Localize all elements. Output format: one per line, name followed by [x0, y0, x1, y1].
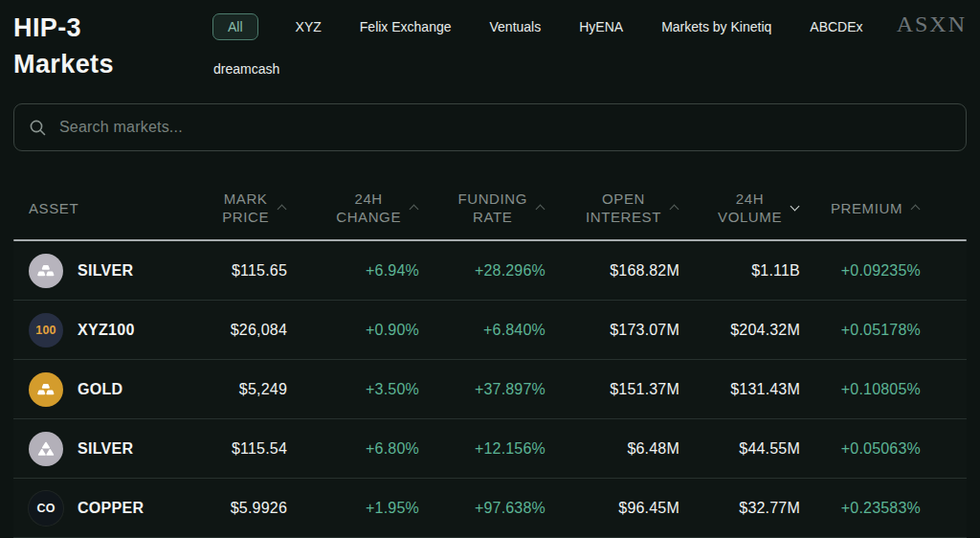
sort-chevron-down-icon — [790, 203, 800, 213]
mark-price-cell: $115.54 — [180, 440, 287, 458]
sort-chevron-up-icon — [409, 203, 419, 213]
asset-name: SILVER — [78, 440, 133, 458]
column-header-label: FUNDINGRATE — [457, 190, 527, 226]
asset-name: XYZ100 — [78, 322, 135, 339]
table-row[interactable]: SILVER$115.54+6.80%+12.156%$6.48M$44.55M… — [13, 419, 967, 479]
column-header-open-interest[interactable]: OPENINTEREST — [546, 190, 679, 226]
volume-24h-cell: $1.11B — [679, 262, 800, 280]
asxn-logo: ASXN — [897, 10, 967, 37]
funding-rate-cell: +97.638% — [419, 500, 546, 517]
mark-price-cell: $26,084 — [180, 322, 287, 339]
volume-24h-cell: $204.32M — [679, 322, 800, 339]
open-interest-cell: $96.45M — [546, 500, 679, 517]
volume-24h-cell: $131.43M — [679, 381, 800, 398]
mark-price-cell: $115.65 — [180, 262, 287, 280]
open-interest-cell: $168.82M — [546, 262, 679, 280]
hip3-markets-app: HIP-3 Markets AllXYZFelix ExchangeVentua… — [0, 0, 980, 538]
asset-name: SILVER — [78, 262, 133, 280]
sort-chevron-up-icon — [277, 203, 287, 213]
change-24h-cell: +3.50% — [287, 381, 419, 398]
column-header-label: PREMIUM — [831, 199, 902, 217]
market-filter-tabs: AllXYZFelix ExchangeVentualsHyENAMarkets… — [212, 10, 897, 82]
tab-xyz[interactable]: XYZ — [295, 13, 323, 40]
open-interest-cell: $151.37M — [546, 381, 679, 398]
premium-cell: +0.09235% — [800, 262, 921, 280]
change-24h-cell: +6.94% — [287, 262, 419, 280]
tab-felix-exchange[interactable]: Felix Exchange — [359, 13, 453, 40]
asset-cell: 100XYZ100 — [29, 313, 180, 347]
search-bar[interactable] — [13, 103, 967, 151]
markets-table: ASSETMARKPRICE24HCHANGEFUNDINGRATEOPENIN… — [13, 176, 967, 538]
table-row[interactable]: SILVER$115.65+6.94%+28.296%$168.82M$1.11… — [13, 241, 967, 301]
mark-price-cell: $5,249 — [180, 381, 287, 398]
funding-rate-cell: +28.296% — [419, 262, 546, 280]
asset-name: COPPER — [78, 500, 144, 517]
tab-all[interactable]: All — [212, 13, 258, 40]
tab-dreamcash[interactable]: dreamcash — [212, 56, 280, 82]
gold-ingots-icon — [29, 372, 63, 407]
index-100-icon: 100 — [29, 313, 63, 347]
page-title-line1: HIP-3 — [13, 10, 212, 46]
search-input[interactable] — [59, 119, 951, 136]
table-row[interactable]: 100XYZ100$26,084+0.90%+6.840%$173.07M$20… — [13, 301, 967, 360]
premium-cell: +0.23583% — [800, 500, 921, 517]
column-header-asset[interactable]: ASSET — [29, 199, 180, 217]
funding-rate-cell: +37.897% — [419, 381, 546, 398]
column-header-label: 24HCHANGE — [336, 190, 401, 226]
tab-ventuals[interactable]: Ventuals — [489, 13, 543, 40]
tab-abcdex[interactable]: ABCDEx — [809, 13, 863, 40]
volume-24h-cell: $44.55M — [679, 440, 800, 458]
column-header-premium[interactable]: PREMIUM — [800, 199, 921, 217]
column-header-label: 24HVOLUME — [718, 190, 782, 226]
open-interest-cell: $6.48M — [546, 440, 679, 458]
page-title-line2: Markets — [13, 46, 212, 82]
sort-chevron-up-icon — [910, 203, 921, 213]
premium-cell: +0.10805% — [800, 381, 921, 398]
silver-pyramid-icon — [29, 432, 63, 466]
column-header-label: MARKPRICE — [222, 190, 269, 226]
open-interest-cell: $173.07M — [546, 322, 679, 339]
copper-icon: CO — [29, 491, 63, 526]
mark-price-cell: $5.9926 — [180, 500, 287, 517]
column-header-label: OPENINTEREST — [586, 190, 661, 226]
volume-24h-cell: $32.77M — [679, 500, 800, 517]
search-icon — [29, 119, 47, 137]
sort-chevron-up-icon — [535, 203, 546, 213]
page-title: HIP-3 Markets — [13, 10, 212, 82]
table-header-row: ASSETMARKPRICE24HCHANGEFUNDINGRATEOPENIN… — [13, 176, 967, 239]
asset-name: GOLD — [78, 381, 122, 398]
column-header-label: ASSET — [29, 199, 78, 217]
tab-markets-by-kinetiq[interactable]: Markets by Kinetiq — [660, 13, 772, 40]
asset-cell: SILVER — [29, 254, 180, 288]
table-row[interactable]: GOLD$5,249+3.50%+37.897%$151.37M$131.43M… — [13, 360, 967, 419]
change-24h-cell: +0.90% — [287, 322, 419, 339]
premium-cell: +0.05063% — [800, 440, 921, 458]
asset-cell: COCOPPER — [29, 491, 180, 526]
sort-chevron-up-icon — [669, 203, 679, 213]
change-24h-cell: +1.95% — [287, 500, 419, 517]
asset-cell: SILVER — [29, 432, 180, 466]
column-header-funding-rate[interactable]: FUNDINGRATE — [419, 190, 546, 226]
table-row[interactable]: COCOPPER$5.9926+1.95%+97.638%$96.45M$32.… — [13, 479, 967, 538]
change-24h-cell: +6.80% — [287, 440, 419, 458]
table-body: SILVER$115.65+6.94%+28.296%$168.82M$1.11… — [13, 241, 967, 538]
tab-hyena[interactable]: HyENA — [578, 13, 624, 40]
funding-rate-cell: +6.840% — [419, 322, 546, 339]
column-header-24h-volume[interactable]: 24HVOLUME — [679, 190, 800, 226]
premium-cell: +0.05178% — [800, 322, 921, 339]
silver-ingots-icon — [29, 254, 63, 288]
header: HIP-3 Markets AllXYZFelix ExchangeVentua… — [13, 0, 967, 82]
column-header-mark-price[interactable]: MARKPRICE — [180, 190, 287, 226]
column-header-24h-change[interactable]: 24HCHANGE — [287, 190, 419, 226]
asset-cell: GOLD — [29, 372, 180, 407]
funding-rate-cell: +12.156% — [419, 440, 546, 458]
